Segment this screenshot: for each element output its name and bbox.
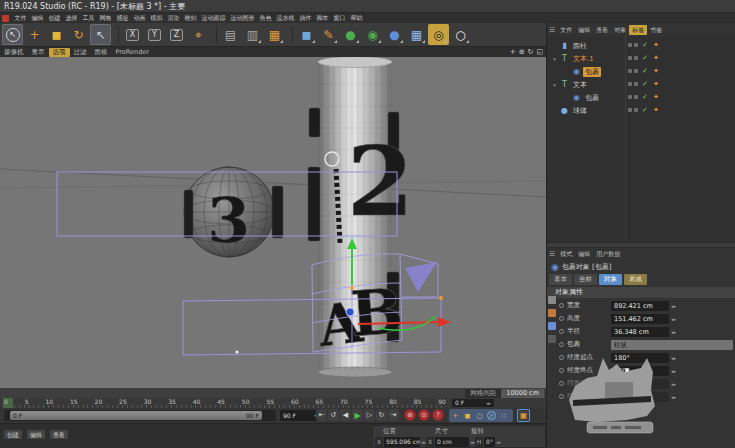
menu-item[interactable]: 帮助 [348, 13, 365, 23]
move-tool-icon[interactable]: + [24, 24, 45, 45]
attribute-value-field[interactable]: 151.462 cm [611, 314, 669, 324]
lock-y-axis-button[interactable]: Y [144, 24, 165, 45]
menu-item[interactable]: 模拟 [148, 13, 165, 23]
attribute-menu-item[interactable]: 用户数据 [593, 249, 623, 259]
previous-frame-button[interactable]: ◀ [340, 409, 351, 421]
object-manager-menu-item[interactable]: 查看 [593, 25, 611, 35]
add-primitive-button[interactable]: ◼ [296, 24, 317, 45]
enable-checkmark-icon[interactable]: ✓ [642, 68, 648, 75]
goto-start-button[interactable]: ⇤ [316, 409, 327, 421]
enable-checkmark-icon[interactable]: ✓ [642, 42, 648, 49]
lock-z-axis-button[interactable]: Z [166, 24, 187, 45]
previous-key-button[interactable]: ↺ [328, 409, 339, 421]
phong-tag-icon[interactable]: ✦ [653, 107, 659, 114]
viewport-menu-item[interactable]: 过滤 [70, 48, 91, 57]
expand-toggle-icon[interactable]: ▾ [551, 56, 558, 62]
menu-item[interactable]: 流水线 [274, 13, 297, 23]
coordinate-system-button[interactable]: ⌖ [188, 24, 209, 45]
object-name[interactable]: 圆柱 [571, 41, 589, 51]
menu-item[interactable]: 角色 [257, 13, 274, 23]
tree-row[interactable]: ◉ 包裹 ✓ ✦ [547, 65, 735, 78]
visibility-dots[interactable] [628, 82, 638, 86]
keyframe-dot-icon[interactable] [559, 316, 564, 321]
tree-row[interactable]: ▾ T 文本.1 ✓ ✦ [547, 52, 735, 65]
render-settings-button[interactable]: ▦ [264, 24, 285, 45]
object-manager-menu-item[interactable]: 标签 [629, 25, 647, 35]
last-used-tool-icon[interactable]: ↖ [90, 24, 111, 45]
object-name[interactable]: 文本 [571, 80, 589, 90]
object-manager-menu-item[interactable]: 书签 [647, 25, 665, 35]
palette-icon-4[interactable] [548, 335, 556, 343]
zoom-view-icon[interactable]: ⊕ [519, 48, 525, 56]
menu-item[interactable]: 雕刻 [182, 13, 199, 23]
phong-tag-icon[interactable]: ✦ [653, 68, 659, 75]
lock-x-axis-button[interactable]: X [122, 24, 143, 45]
menu-item[interactable]: 插件 [297, 13, 314, 23]
next-key-button[interactable]: ↻ [376, 409, 387, 421]
material-menu-button[interactable]: 编辑 [27, 430, 45, 439]
coordinate-value-field[interactable]: 0° [484, 437, 495, 447]
enable-checkmark-icon[interactable]: ✓ [642, 81, 648, 88]
phong-tag-icon[interactable]: ✦ [653, 81, 659, 88]
enable-checkmark-icon[interactable]: ✓ [642, 55, 648, 62]
value-spinner-icon[interactable]: ◂▸ [671, 316, 676, 322]
add-camera-button[interactable]: ◎ [428, 24, 449, 45]
pan-view-icon[interactable]: + [510, 48, 516, 56]
value-spinner-icon[interactable]: ◂▸ [671, 303, 676, 309]
render-picture-viewer-button[interactable]: ▥ [242, 24, 263, 45]
render-view-button[interactable]: ▤ [220, 24, 241, 45]
object-name[interactable]: 文本.1 [571, 54, 596, 64]
visibility-dots[interactable] [628, 69, 638, 73]
keyframe-settings-button[interactable]: ▣ [517, 409, 530, 422]
menu-item[interactable]: 运动跟踪 [199, 13, 228, 23]
panel-menu-icon[interactable]: ☰ [549, 26, 555, 34]
keyframe-selection-button[interactable]: ? [432, 409, 444, 421]
object-manager-menu-item[interactable]: 编辑 [575, 25, 593, 35]
object-manager-menu-item[interactable]: 对象 [611, 25, 629, 35]
keyframe-dot-icon[interactable] [559, 342, 564, 347]
viewport-menu-item[interactable]: 选项 [49, 48, 70, 57]
viewport-menu-item[interactable]: 显示 [28, 48, 49, 57]
attribute-tab[interactable]: 基本 [549, 274, 572, 285]
attribute-value-field[interactable]: 36.348 cm [611, 327, 669, 337]
add-subdivision-surface-button[interactable]: ● [340, 24, 361, 45]
current-frame-field[interactable]: 0 F◂▸ [452, 399, 494, 407]
visibility-dots[interactable] [628, 95, 638, 99]
autokeying-button[interactable]: ⊙ [418, 409, 430, 421]
attribute-tab[interactable]: 坐标 [574, 274, 597, 285]
3d-viewport[interactable]: 3 2 A B [0, 57, 546, 388]
visibility-dots[interactable] [628, 56, 638, 60]
expand-toggle-icon[interactable]: ▾ [551, 82, 558, 88]
menu-item[interactable]: 网格 [97, 13, 114, 23]
key-scale-toggle[interactable]: ◼ [462, 410, 473, 421]
value-spinner-icon[interactable]: ◂▸ [671, 329, 676, 335]
menu-item[interactable]: 渲染 [165, 13, 182, 23]
origin-point-handle[interactable] [346, 308, 354, 316]
attribute-value-field[interactable]: 柱状 [611, 340, 733, 350]
viewport-menu-item[interactable]: ProRender [112, 48, 153, 57]
sphere-object[interactable]: 3 [184, 167, 283, 257]
viewport-menu-item[interactable]: 面板 [91, 48, 112, 57]
rotate-view-icon[interactable]: ↻ [528, 48, 534, 56]
menu-item[interactable]: 脚本 [314, 13, 331, 23]
visibility-dots[interactable] [628, 43, 638, 47]
add-deformer-button[interactable]: ● [384, 24, 405, 45]
menu-item[interactable]: 创建 [46, 13, 63, 23]
menu-item[interactable]: 选择 [63, 13, 80, 23]
menu-item[interactable]: 窗口 [331, 13, 348, 23]
key-pla-toggle[interactable]: ∷ [498, 410, 509, 421]
frame-spinner-icon[interactable]: ◂▸ [486, 399, 491, 407]
tree-row[interactable]: ▾ T 文本 ✓ ✦ [547, 78, 735, 91]
material-menu-button[interactable]: 创建 [4, 430, 22, 439]
tree-row[interactable]: ● 球体 ✓ ✦ [547, 104, 735, 117]
keyframe-dot-icon[interactable] [559, 329, 564, 334]
key-position-toggle[interactable]: + [450, 410, 461, 421]
object-name[interactable]: 包裹 [583, 93, 601, 103]
menu-item[interactable]: 编辑 [29, 13, 46, 23]
attribute-tab[interactable]: 对象 [599, 274, 622, 285]
palette-icon-1[interactable] [548, 296, 556, 304]
menu-item[interactable]: 捕捉 [114, 13, 131, 23]
enable-checkmark-icon[interactable]: ✓ [642, 107, 648, 114]
deformer-handle-triangle[interactable] [405, 262, 437, 292]
add-spline-button[interactable]: ✎ [318, 24, 339, 45]
